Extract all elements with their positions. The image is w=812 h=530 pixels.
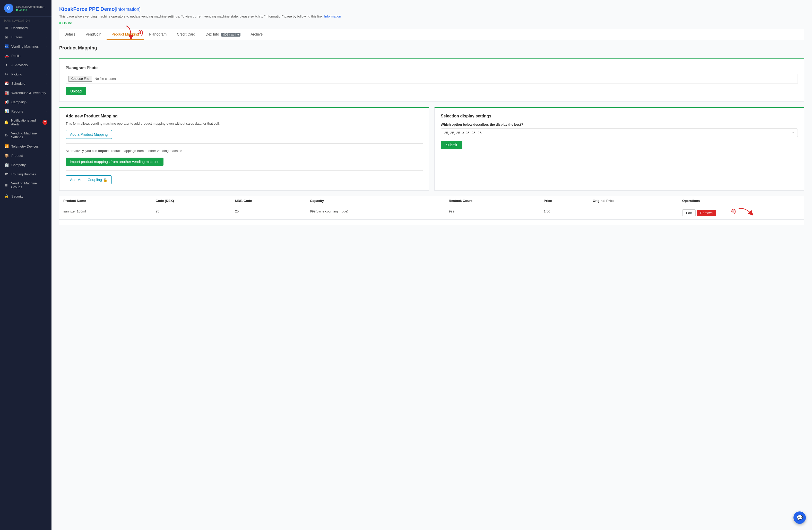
display-question-label: Which option below describes the display… [441, 123, 798, 127]
sidebar-item-company[interactable]: 🏢Company ‹ [0, 160, 52, 170]
main-content-area: KioskForce PPE Demo[Information] This pa… [52, 0, 812, 530]
annotation-3-label: 3) [138, 29, 143, 36]
sidebar-item-product[interactable]: 📦Product ‹ [0, 151, 52, 160]
page-title: KioskForce PPE Demo[Information] [59, 5, 804, 12]
sidebar-item-dashboard[interactable]: ⊞Dashboard ‹ [0, 23, 52, 32]
cell-original-price [589, 206, 678, 220]
sidebar-header: O cara.cui@vendingontrack.c Online [0, 0, 52, 17]
tab-bar: Details VendCoin Product Mapping Planogr… [59, 29, 804, 40]
file-input-container: Choose File No file chosen [66, 74, 798, 83]
online-status-badge: Online [59, 21, 72, 25]
chevron-icon: ‹ [47, 27, 47, 29]
status-dot [16, 9, 18, 11]
sidebar-item-warehouse-inventory[interactable]: 🏭Warehouse & Inventory ‹ [0, 88, 52, 97]
chat-icon: 💬 [797, 515, 803, 521]
vending-machines-icon: 🏧 [4, 44, 9, 48]
col-restock-count: Restock Count [445, 196, 540, 206]
tab-archive[interactable]: Archive [246, 29, 268, 40]
sidebar-item-reports[interactable]: 📊Reports ‹ [0, 106, 52, 116]
company-icon: 🏢 [4, 163, 9, 167]
sidebar-item-buttons[interactable]: ◉Buttons ‹ [0, 32, 52, 42]
sidebar-item-ai-advisory[interactable]: ✦AI Advisory [0, 60, 52, 70]
planogram-photo-title: Planogram Photo [66, 66, 798, 70]
sidebar-item-vending-machine-groups[interactable]: 🖥Vending Machine Groups [0, 179, 52, 191]
chevron-icon: ‹ [47, 154, 47, 157]
tab-dex-info[interactable]: Dex Info MDB machine [201, 29, 246, 40]
edit-button[interactable]: Edit [682, 210, 696, 216]
upload-button[interactable]: Upload [66, 87, 86, 95]
cell-capacity: 999(cycle counting mode) [306, 206, 445, 220]
choose-file-button[interactable]: Choose File [69, 76, 92, 82]
submit-button[interactable]: Submit [441, 141, 462, 149]
refills-icon: 🚗 [4, 54, 9, 58]
warehouse-icon: 🏭 [4, 91, 9, 95]
chevron-icon: ‹ [47, 73, 47, 76]
annotation-4-label: 4) [731, 208, 736, 215]
import-text: Alternatively, you can import product ma… [66, 148, 423, 154]
settings-icon: ⚙ [4, 133, 9, 137]
sidebar-item-vending-machine-settings[interactable]: ⚙Vending Machine Settings [0, 129, 52, 142]
col-mdb-code: MDB Code [231, 196, 306, 206]
divider-1 [66, 143, 423, 144]
product-mapping-table-section: 4) Product Name Code (DEX) MDB Code Capa… [59, 196, 804, 225]
remove-button[interactable]: Remove [697, 210, 716, 216]
chevron-icon: ‹ [47, 54, 47, 57]
tab-vendcoin[interactable]: VendCoin [81, 29, 106, 40]
telemetry-icon: 📶 [4, 144, 9, 148]
planogram-photo-section: Planogram Photo Choose File No file chos… [59, 58, 804, 102]
dashboard-icon: ⊞ [4, 26, 9, 30]
cell-product-name: sanitizer 100ml [59, 206, 151, 220]
vm-groups-icon: 🖥 [4, 183, 9, 187]
campaign-icon: 📢 [4, 100, 9, 104]
chevron-icon: ‹ [47, 91, 47, 94]
picking-icon: ✂ [4, 72, 9, 76]
sidebar: O cara.cui@vendingontrack.c Online MAIN … [0, 0, 52, 530]
chevron-icon: ‹ [47, 110, 47, 113]
sidebar-item-refills[interactable]: 🚗Refills ‹ [0, 51, 52, 60]
security-icon: 🔒 [4, 194, 9, 198]
chat-button[interactable]: 💬 [794, 512, 806, 524]
sidebar-item-telemetry-devices[interactable]: 📶Telemetry Devices [0, 142, 52, 151]
schedule-icon: 📅 [4, 81, 9, 86]
sidebar-item-picking[interactable]: ✂Picking ‹ [0, 70, 52, 79]
col-capacity: Capacity [306, 196, 445, 206]
col-product-name: Product Name [59, 196, 151, 206]
cell-mdb-code: 25 [231, 206, 306, 220]
mdb-badge: MDB machine [221, 33, 241, 37]
ai-advisory-icon: ✦ [4, 63, 9, 67]
annotation-4: 4) [731, 206, 753, 216]
table-header-row: Product Name Code (DEX) MDB Code Capacit… [59, 196, 804, 206]
sidebar-item-security[interactable]: 🔒Security [0, 191, 52, 201]
sidebar-item-notifications[interactable]: 🔔Notifications and Alerts 7 [0, 116, 52, 129]
display-dropdown[interactable]: 25, 25, 25 -> 25, 25, 25 [441, 129, 798, 137]
notification-badge: 7 [43, 120, 47, 125]
tab-credit-card[interactable]: Credit Card [172, 29, 201, 40]
chevron-icon: ‹ [47, 82, 47, 85]
chevron-icon: ‹ [47, 36, 47, 39]
user-status: Online [16, 8, 47, 11]
tab-planogram[interactable]: Planogram [144, 29, 172, 40]
col-code-dex: Code (DEX) [151, 196, 231, 206]
cell-code-dex: 25 [151, 206, 231, 220]
sidebar-item-vending-machines[interactable]: 🏧Vending Machines ‹ [0, 42, 52, 51]
col-operations: Operations [678, 196, 804, 206]
add-motor-coupling-button[interactable]: Add Motor Coupling 🔒 [66, 175, 112, 184]
nav-section-label: MAIN NAVIGATION [0, 17, 52, 23]
col-original-price: Original Price [589, 196, 678, 206]
information-link[interactable]: Information [324, 14, 341, 18]
sidebar-item-campaign[interactable]: 📢Campaign ‹ [0, 97, 52, 106]
add-product-mapping-button[interactable]: Add a Product Mapping [66, 130, 112, 139]
notifications-icon: 🔔 [4, 120, 9, 124]
sidebar-item-schedule[interactable]: 📅Schedule ‹ [0, 79, 52, 88]
sidebar-item-routing-bundles[interactable]: 🗺Routing Bundles [0, 170, 52, 179]
col-price: Price [540, 196, 589, 206]
chevron-icon: ‹ [47, 101, 47, 103]
page-header: KioskForce PPE Demo[Information] This pa… [59, 5, 804, 29]
sidebar-logo: O [4, 4, 13, 13]
add-product-mapping-section: Add new Product Mapping This form allows… [59, 107, 429, 190]
selection-display-title: Selection display settings [441, 114, 798, 118]
user-email: cara.cui@vendingontrack.c [16, 5, 47, 8]
import-button[interactable]: Import product mappings from another ven… [66, 158, 163, 166]
selection-display-section: Selection display settings Which option … [434, 107, 804, 190]
tab-details[interactable]: Details [59, 29, 81, 40]
